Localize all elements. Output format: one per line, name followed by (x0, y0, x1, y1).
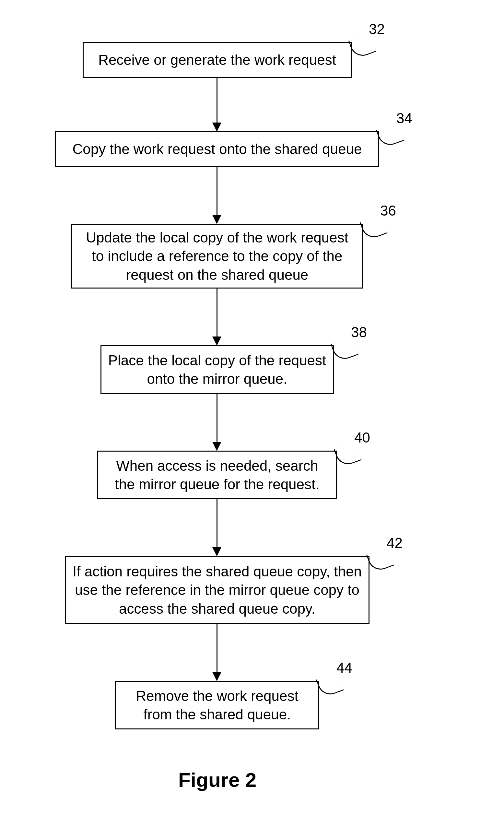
arrow-line (217, 624, 217, 673)
step-box-38: Place the local copy of the request onto… (100, 345, 334, 394)
step-box-44: Remove the work request from the shared … (115, 681, 319, 729)
step-label-38: 38 (351, 324, 367, 340)
flowchart-canvas: Receive or generate the work request 32 … (0, 0, 504, 815)
step-text: Receive or generate the work request (98, 51, 336, 69)
arrow-line (217, 289, 217, 337)
step-text: Update the local copy of the work reques… (79, 228, 356, 284)
arrow-head (212, 123, 221, 132)
arrow-line (217, 167, 217, 216)
step-label-32: 32 (369, 21, 385, 37)
arrow-line (217, 394, 217, 443)
arrow-head (212, 672, 221, 681)
step-box-40: When access is needed, search the mirror… (97, 451, 337, 499)
step-box-34: Copy the work request onto the shared qu… (55, 131, 379, 167)
step-box-32: Receive or generate the work request (83, 42, 352, 78)
step-label-44: 44 (336, 660, 352, 676)
step-box-36: Update the local copy of the work reques… (71, 224, 363, 289)
figure-title: Figure 2 (178, 768, 256, 791)
step-text: When access is needed, search the mirror… (105, 456, 330, 493)
step-text: Place the local copy of the request onto… (108, 351, 326, 388)
arrow-head (212, 547, 221, 556)
step-text: Copy the work request onto the shared qu… (73, 140, 362, 158)
step-label-40: 40 (354, 430, 370, 446)
step-label-34: 34 (396, 110, 412, 126)
arrow-line (217, 78, 217, 123)
step-box-42: If action requires the shared queue copy… (65, 556, 369, 624)
arrow-head (212, 442, 221, 451)
step-label-42: 42 (387, 535, 403, 551)
arrow-line (217, 499, 217, 548)
arrow-head (212, 215, 221, 224)
step-text: If action requires the shared queue copy… (72, 562, 362, 618)
arrow-head (212, 337, 221, 346)
step-label-36: 36 (380, 203, 396, 219)
step-text: Remove the work request from the shared … (123, 687, 312, 724)
